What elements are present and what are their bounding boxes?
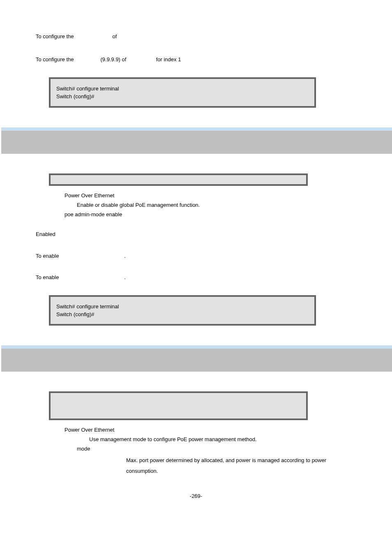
- mode-desc-text: Max. port power determined by allocated,…: [126, 457, 326, 474]
- code-block-2: Switch# configure terminal Switch (confi…: [49, 295, 316, 326]
- code2-line2: Switch (config)#: [56, 311, 309, 317]
- group-admin-value: Power Over Ethernet: [65, 192, 114, 199]
- group-mgmt-value: Power Over Ethernet: [65, 427, 114, 433]
- default-admin: Enabled: [36, 231, 356, 238]
- syntax-box-mgmt-mode: [49, 391, 308, 420]
- usage2-pre: To configure the: [36, 56, 74, 62]
- desc-admin-value: Enable or disable global PoE management …: [77, 202, 200, 208]
- syntax-admin-line: poe admin-mode enable: [36, 211, 356, 217]
- usage-admin2-pre: To enable: [36, 274, 59, 280]
- mode-desc: Max. port power determined by allocated,…: [36, 455, 356, 476]
- usage2-ip: (9.9.9.9) of: [101, 56, 127, 62]
- syntax-box-admin-mode: [49, 173, 308, 186]
- section-header-mgmt-mode: [1, 345, 392, 372]
- usage1-pre: To configure the: [36, 33, 74, 39]
- code1-line1: Switch# configure terminal: [56, 86, 309, 92]
- desc-mgmt-value: Use management mode to configure PoE pow…: [89, 436, 257, 442]
- usage-line-1: To configure the of: [36, 33, 356, 40]
- syntax-admin-text2: poe admin-mode enable: [65, 211, 122, 217]
- usage-admin2-post: .: [124, 274, 126, 280]
- usage-admin-2: To enable .: [36, 274, 356, 281]
- section-header-admin-mode: [1, 127, 392, 154]
- desc-admin: Enable or disable global PoE management …: [36, 202, 356, 208]
- mode-label-text: mode: [77, 446, 90, 452]
- mode-label: mode: [36, 446, 356, 452]
- usage2-post: for index 1: [156, 56, 181, 62]
- usage-line-2: To configure the (9.9.9.9) of for index …: [36, 56, 356, 63]
- usage-admin-1: To enable .: [36, 252, 356, 260]
- usage-admin1-pre: To enable: [36, 253, 59, 259]
- default-admin-value: Enabled: [36, 231, 55, 237]
- code1-line2: Switch (config)#: [56, 93, 309, 99]
- page-body: To configure the of To configure the (9.…: [36, 33, 356, 499]
- group-admin: Power Over Ethernet: [36, 192, 356, 199]
- group-mgmt: Power Over Ethernet: [36, 427, 356, 433]
- code2-line1: Switch# configure terminal: [56, 303, 309, 310]
- page-number: -269-: [36, 493, 356, 499]
- code-block-1: Switch# configure terminal Switch (confi…: [49, 77, 316, 108]
- desc-mgmt: Use management mode to configure PoE pow…: [36, 436, 356, 442]
- usage-admin1-post: .: [124, 253, 126, 259]
- usage1-mid: of: [112, 33, 117, 39]
